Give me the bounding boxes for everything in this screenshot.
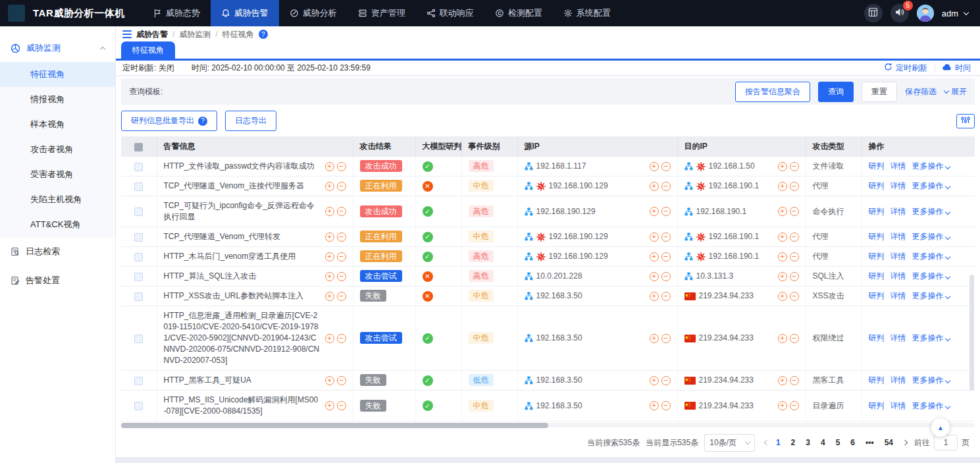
filter-exclude-icon[interactable]: − (661, 272, 671, 281)
filter-include-icon[interactable]: + (325, 376, 334, 385)
row-checkbox[interactable] (134, 402, 143, 410)
alert-message[interactable]: HTTP_算法_SQL注入攻击 (164, 271, 321, 282)
more-actions-link[interactable]: 更多操作 (912, 161, 950, 171)
more-actions-link[interactable]: 更多操作 (912, 207, 950, 216)
dst-ip-value[interactable]: 219.234.94.233 (699, 375, 754, 386)
page-number[interactable]: 5 (836, 438, 840, 447)
filter-exclude-icon[interactable]: − (790, 401, 799, 410)
dst-ip-value[interactable]: 192.168.190.1 (709, 231, 760, 242)
nav-item[interactable]: 威胁分析 (279, 0, 348, 26)
back-to-top-button[interactable]: ▲ (931, 418, 950, 437)
filter-include-icon[interactable]: + (778, 162, 787, 171)
detail-link[interactable]: 详情 (890, 333, 906, 342)
judge-link[interactable]: 研判 (869, 271, 885, 281)
sidebar-subitem[interactable]: ATT&CK视角 (0, 212, 115, 237)
src-ip-value[interactable]: 10.0.201.228 (536, 271, 582, 282)
filter-include-icon[interactable]: + (650, 232, 659, 242)
filter-exclude-icon[interactable]: − (337, 182, 346, 191)
src-ip-value[interactable]: 192.168.190.129 (549, 180, 608, 192)
save-filter-link[interactable]: 保存筛选 (905, 86, 937, 97)
column-settings-button[interactable] (956, 114, 975, 128)
filter-include-icon[interactable]: + (650, 182, 659, 191)
row-checkbox[interactable] (134, 273, 143, 281)
more-actions-link[interactable]: 更多操作 (912, 291, 950, 300)
detail-link[interactable]: 详情 (890, 375, 906, 385)
time-button[interactable]: 时间 (942, 63, 971, 74)
tab-feature-view[interactable]: 特征视角 (121, 41, 175, 59)
filter-exclude-icon[interactable]: − (337, 232, 346, 242)
filter-exclude-icon[interactable]: − (337, 207, 346, 216)
aggregate-button[interactable]: 按告警信息聚合 (735, 82, 810, 102)
filter-exclude-icon[interactable]: − (661, 162, 671, 171)
row-checkbox[interactable] (134, 233, 143, 242)
alert-message[interactable]: TCP_代理隧道_Venom_连接代理服务器 (164, 180, 321, 192)
filter-include-icon[interactable]: + (650, 376, 659, 385)
filter-exclude-icon[interactable]: − (337, 272, 346, 281)
alert-message[interactable]: HTTP_木马后门_venom穿透工具使用 (164, 251, 321, 262)
filter-include-icon[interactable]: + (650, 162, 659, 171)
detail-link[interactable]: 详情 (890, 401, 906, 410)
dst-ip-value[interactable]: 219.234.94.233 (699, 333, 754, 344)
judge-link[interactable]: 研判 (869, 333, 885, 342)
page-number[interactable]: 1 (776, 438, 781, 447)
src-ip-value[interactable]: 192.168.190.129 (536, 206, 596, 217)
filter-include-icon[interactable]: + (778, 272, 787, 281)
filter-exclude-icon[interactable]: − (661, 182, 671, 191)
page-size-select[interactable]: 10条/页 (704, 434, 755, 452)
alert-message[interactable]: TCP_可疑行为_ipconfig命令_反弹远程命令执行回显 (164, 200, 321, 223)
filter-exclude-icon[interactable]: − (790, 334, 799, 343)
dst-ip-value[interactable]: 192.168.1.50 (709, 161, 755, 172)
detail-link[interactable]: 详情 (890, 181, 906, 190)
page-number[interactable]: 3 (806, 438, 810, 447)
breadcrumb-item[interactable]: 威胁告警 (136, 29, 168, 40)
judge-link[interactable]: 研判 (869, 232, 885, 241)
filter-include-icon[interactable]: + (325, 252, 334, 261)
filter-exclude-icon[interactable]: − (337, 334, 346, 343)
filter-include-icon[interactable]: + (778, 334, 787, 343)
dst-ip-value[interactable]: 10.3.131.3 (696, 271, 734, 282)
filter-exclude-icon[interactable]: − (790, 272, 799, 281)
filter-exclude-icon[interactable]: − (661, 334, 671, 343)
judge-link[interactable]: 研判 (869, 181, 885, 190)
page-number[interactable]: 6 (850, 438, 855, 447)
query-button[interactable]: 查询 (818, 82, 854, 102)
alert-message[interactable]: HTTP_黑客工具_可疑UA (164, 375, 321, 386)
dst-ip-value[interactable]: 192.168.190.1 (709, 180, 760, 192)
nav-item[interactable]: 系统配置 (553, 0, 621, 26)
filter-include-icon[interactable]: + (778, 292, 787, 301)
hamburger-icon[interactable] (122, 30, 132, 38)
page-number[interactable]: 2 (791, 438, 796, 447)
src-ip-value[interactable]: 192.168.190.129 (549, 231, 608, 242)
prev-page-button[interactable] (761, 441, 770, 445)
user-menu[interactable]: adm (942, 9, 968, 18)
judge-link[interactable]: 研判 (869, 161, 885, 171)
detail-link[interactable]: 详情 (890, 161, 906, 171)
more-actions-link[interactable]: 更多操作 (912, 375, 950, 385)
reset-button[interactable]: 重置 (862, 82, 897, 102)
more-actions-link[interactable]: 更多操作 (912, 333, 950, 342)
src-ip-value[interactable]: 192.168.1.117 (536, 161, 586, 172)
row-checkbox[interactable] (134, 207, 143, 216)
export-judgment-button[interactable]: 研判信息批量导出 ? (121, 111, 217, 131)
detail-link[interactable]: 详情 (890, 291, 906, 300)
filter-exclude-icon[interactable]: − (661, 292, 671, 301)
page-number[interactable]: 4 (821, 438, 825, 447)
filter-exclude-icon[interactable]: − (337, 292, 346, 301)
page-number[interactable]: 54 (885, 438, 893, 447)
filter-exclude-icon[interactable]: − (790, 162, 799, 171)
sidebar-subitem[interactable]: 受害者视角 (0, 162, 115, 187)
sidebar-subitem[interactable]: 失陷主机视角 (0, 187, 115, 212)
filter-include-icon[interactable]: + (325, 272, 334, 281)
src-ip-value[interactable]: 192.168.3.50 (536, 333, 582, 344)
filter-include-icon[interactable]: + (325, 292, 334, 301)
goto-page-input[interactable] (934, 435, 958, 450)
src-ip-value[interactable]: 192.168.3.50 (536, 290, 582, 302)
filter-include-icon[interactable]: + (650, 401, 659, 410)
sidebar-item[interactable]: 告警处置 (0, 266, 115, 295)
filter-include-icon[interactable]: + (650, 252, 659, 261)
avatar[interactable] (917, 5, 934, 22)
nav-item[interactable]: 资产管理 (348, 0, 416, 26)
nav-item[interactable]: 联动响应 (416, 0, 484, 26)
judge-link[interactable]: 研判 (869, 207, 885, 216)
filter-include-icon[interactable]: + (778, 252, 787, 261)
